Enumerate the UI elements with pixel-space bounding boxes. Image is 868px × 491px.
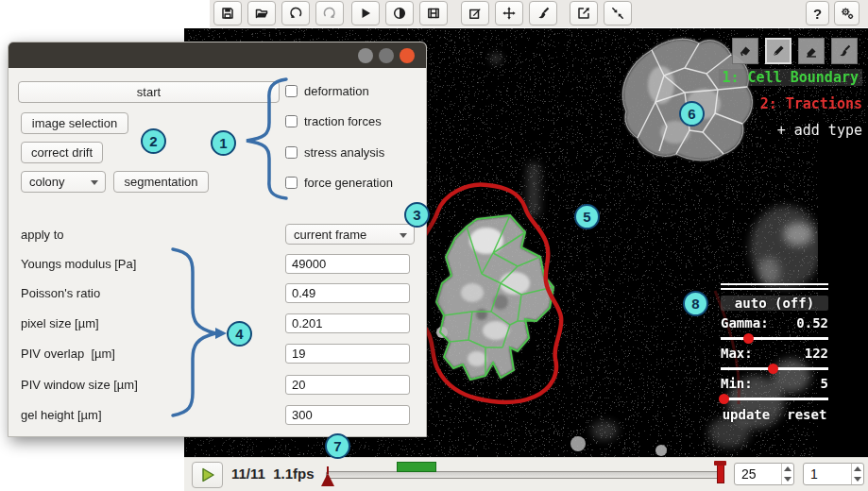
poissons-ratio-field[interactable]	[285, 283, 410, 303]
fill-tool-button[interactable]	[732, 38, 758, 64]
step-input[interactable]	[804, 464, 851, 484]
settings-button[interactable]	[834, 1, 859, 25]
min-slider[interactable]	[721, 398, 828, 400]
step-spinbox[interactable]	[803, 463, 864, 485]
mask-toolbar	[732, 38, 858, 64]
annotation-circle-4: 4	[227, 321, 252, 347]
undo-icon	[288, 6, 303, 21]
skip-frames-spinbox[interactable]	[734, 463, 794, 485]
annotation-circle-5: 5	[574, 204, 600, 229]
spin-down-icon[interactable]	[784, 477, 791, 482]
min-value: 5	[821, 376, 828, 391]
window-titlebar[interactable]	[9, 42, 426, 68]
pixel-size-field[interactable]	[285, 313, 410, 333]
gel-height-label: gel height [µm]	[21, 408, 102, 422]
skip-frames-input[interactable]	[735, 464, 781, 484]
window-close-button[interactable]	[400, 48, 415, 63]
addon-panel-window: start image selection correct drift colo…	[8, 42, 427, 437]
spinbox-arrows[interactable]	[851, 464, 863, 484]
contrast-icon	[392, 6, 407, 21]
frame-counter: 11/11 1.1fps	[231, 466, 315, 482]
start-button[interactable]: start	[18, 81, 280, 103]
help-button[interactable]: ?	[806, 1, 829, 25]
gel-height-field[interactable]	[285, 405, 410, 425]
apply-to-dropdown[interactable]: current frame	[285, 224, 415, 245]
move-button[interactable]	[495, 1, 523, 25]
checkbox-row: traction forces	[285, 114, 382, 128]
play-button[interactable]	[351, 1, 380, 25]
edit-marker-button[interactable]	[461, 1, 489, 25]
brush-tool-button[interactable]	[831, 38, 858, 64]
brush-button[interactable]	[529, 1, 557, 25]
save-icon	[220, 6, 235, 21]
type-cell-boundary[interactable]: 1: Cell Boundary	[719, 69, 863, 86]
timeline-end-marker[interactable]	[714, 461, 726, 483]
export-icon	[576, 6, 591, 21]
fit-view-button[interactable]	[604, 1, 632, 25]
traction-forces-checkbox[interactable]	[285, 115, 298, 127]
apply-to-value: current frame	[294, 228, 366, 242]
spin-up-icon[interactable]	[854, 466, 861, 471]
stress-analysis-checkbox[interactable]	[285, 146, 298, 159]
reset-button[interactable]: reset	[787, 407, 826, 422]
help-icon: ?	[813, 6, 822, 22]
redo-button[interactable]	[315, 1, 344, 25]
pen-icon	[771, 43, 786, 59]
checkbox-row: stress analysis	[285, 145, 384, 160]
spin-down-icon[interactable]	[854, 477, 861, 482]
annotation-circle-1: 1	[211, 130, 236, 156]
youngs-modulus-label: Youngs modulus [Pa]	[21, 257, 136, 271]
piv-window-size-field[interactable]	[285, 375, 410, 395]
gamma-slider[interactable]	[721, 337, 828, 340]
timeline-play-button[interactable]	[192, 462, 223, 488]
max-label: Max:	[721, 346, 753, 361]
spin-up-icon[interactable]	[784, 466, 791, 471]
chevron-down-icon	[91, 180, 98, 185]
timeline-end-marker-stem	[717, 466, 724, 483]
gears-icon	[840, 6, 855, 21]
deformation-checkbox[interactable]	[285, 85, 298, 97]
save-button[interactable]	[213, 1, 242, 25]
auto-contrast-button[interactable]: auto (off)	[721, 296, 828, 311]
correct-drift-button[interactable]: correct drift	[21, 142, 103, 163]
window-button-1[interactable]	[358, 48, 373, 63]
max-slider-handle[interactable]	[768, 364, 778, 374]
piv-overlap-label: PIV overlap [µm]	[21, 347, 115, 361]
apply-to-label: apply to	[21, 228, 64, 242]
mode-dropdown[interactable]: colony	[21, 171, 106, 193]
segmentation-button[interactable]: segmentation	[113, 171, 209, 193]
eraser-tool-button[interactable]	[798, 38, 825, 64]
annotation-circle-2: 2	[141, 128, 166, 154]
redo-icon	[322, 6, 337, 21]
mode-dropdown-value: colony	[29, 175, 65, 189]
open-button[interactable]	[247, 1, 276, 25]
paint-brush-icon	[536, 6, 551, 21]
gamma-slider-handle[interactable]	[743, 333, 754, 344]
max-slider[interactable]	[721, 367, 828, 370]
type-tractions[interactable]: 2: Tractions	[760, 95, 862, 112]
timeline-track[interactable]	[326, 471, 724, 479]
export-button[interactable]	[570, 1, 598, 25]
annotation-circle-3: 3	[404, 202, 430, 228]
timeline-marked-range	[397, 462, 436, 472]
frames-button[interactable]	[419, 1, 448, 25]
pen-tool-button[interactable]	[765, 38, 791, 64]
force-generation-checkbox[interactable]	[285, 177, 298, 189]
timeline-start-marker[interactable]	[321, 473, 334, 486]
edit-icon	[468, 6, 483, 21]
window-button-2[interactable]	[379, 48, 394, 63]
contrast-divider	[721, 288, 828, 290]
main-toolbar: ?	[210, 0, 868, 27]
youngs-modulus-field[interactable]	[285, 254, 410, 274]
add-type-button[interactable]: + add type	[777, 122, 862, 139]
undo-button[interactable]	[281, 1, 310, 25]
image-selection-button[interactable]: image selection	[21, 112, 128, 134]
min-label: Min:	[721, 376, 753, 391]
contrast-button[interactable]	[385, 1, 414, 25]
min-slider-handle[interactable]	[719, 394, 729, 404]
shrink-arrows-icon	[610, 6, 625, 21]
gamma-label: Gamma:	[721, 315, 769, 330]
piv-overlap-field[interactable]	[285, 344, 410, 364]
spinbox-arrows[interactable]	[781, 464, 793, 484]
update-button[interactable]: update	[723, 407, 771, 422]
